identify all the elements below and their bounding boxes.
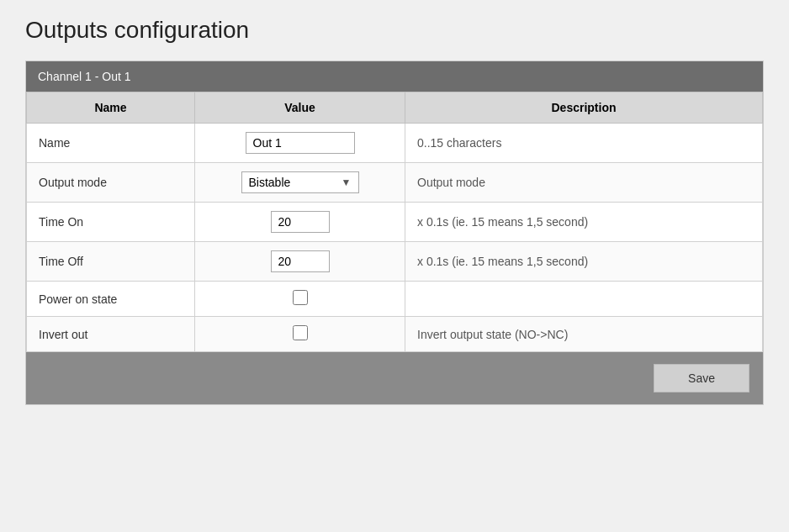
table-row: Power on state [27, 282, 763, 317]
row-name-value-cell [195, 124, 405, 163]
time-on-input[interactable] [271, 211, 330, 233]
footer-bar: Save [26, 352, 763, 404]
row-name-description: 0..15 characters [405, 124, 763, 163]
table-row: Time Off x 0.1s (ie. 15 means 1,5 second… [27, 242, 763, 282]
row-name-label: Name [27, 124, 195, 163]
channel-header: Channel 1 - Out 1 [26, 61, 763, 92]
power-on-state-checkbox[interactable] [293, 290, 308, 305]
row-time-on-label: Time On [27, 203, 195, 242]
row-invert-out-label: Invert out [27, 317, 195, 352]
name-input[interactable] [246, 132, 355, 154]
table-row: Invert out Invert output state (NO->NC) [27, 317, 763, 352]
invert-out-checkbox[interactable] [293, 325, 308, 340]
output-mode-select[interactable]: Bistable Monostable [242, 172, 335, 192]
row-power-on-label: Power on state [27, 282, 195, 317]
table-row: Name 0..15 characters [27, 124, 763, 163]
col-header-name: Name [27, 92, 195, 124]
row-power-on-value-cell [195, 282, 405, 317]
output-mode-select-wrapper: Bistable Monostable ▼ [241, 171, 359, 193]
row-output-mode-value-cell: Bistable Monostable ▼ [195, 163, 405, 203]
save-button[interactable]: Save [654, 364, 749, 392]
row-power-on-description [405, 282, 763, 317]
page-title: Outputs configuration [17, 17, 772, 44]
chevron-down-icon: ▼ [335, 173, 358, 192]
col-header-value: Value [195, 92, 405, 124]
row-output-mode-label: Output mode [27, 163, 195, 203]
time-off-input[interactable] [271, 250, 330, 272]
col-header-description: Description [405, 92, 763, 124]
row-invert-out-value-cell [195, 317, 405, 352]
row-output-mode-description: Output mode [405, 163, 763, 203]
row-time-off-label: Time Off [27, 242, 195, 282]
table-row: Time On x 0.1s (ie. 15 means 1,5 second) [27, 203, 763, 242]
row-time-on-value-cell [195, 203, 405, 242]
table-row: Output mode Bistable Monostable ▼ Output… [27, 163, 763, 203]
row-invert-out-description: Invert output state (NO->NC) [405, 317, 763, 352]
config-table: Name Value Description Name 0..15 charac… [26, 92, 763, 352]
row-time-on-description: x 0.1s (ie. 15 means 1,5 second) [405, 203, 763, 242]
row-time-off-description: x 0.1s (ie. 15 means 1,5 second) [405, 242, 763, 282]
row-time-off-value-cell [195, 242, 405, 282]
config-panel: Channel 1 - Out 1 Name Value Description… [25, 61, 764, 405]
